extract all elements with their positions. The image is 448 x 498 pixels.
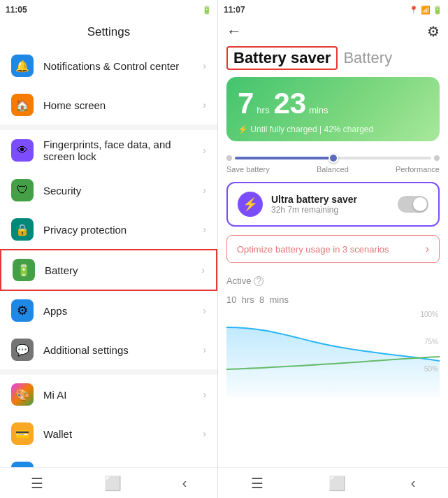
optimize-row[interactable]: Optimize battery usage in 3 scenarios › (226, 235, 440, 263)
info-icon: ? (254, 276, 263, 286)
right-battery-icon: 🔋 (433, 6, 442, 15)
left-time: 11:05 (6, 5, 27, 15)
battery-time-row: 7 hrs 23 mins (238, 87, 428, 120)
ultra-battery-icon: ⚡ (238, 192, 263, 217)
fingerprints-icon: 👁 (11, 139, 34, 162)
right-nav-back[interactable]: ‹ (411, 475, 416, 491)
security-icon: 🛡 (11, 179, 34, 201)
slider-end-dot (434, 155, 440, 161)
chart-label-75: 75% (424, 338, 438, 346)
battery-item-icon: 🔋 (13, 259, 35, 281)
active-time: 10 hrs 8 mins (226, 286, 440, 308)
active-section: Active ? 10 hrs 8 mins (218, 270, 448, 311)
slider-label-save: Save battery (226, 165, 270, 173)
right-nav-menu[interactable]: ☰ (251, 475, 263, 492)
left-nav-home[interactable]: ⬜ (104, 475, 122, 492)
chart-labels: 100% 75% 50% (420, 311, 438, 373)
settings-item-fingerprints[interactable]: 👁 Fingerprints, face data, and screen lo… (0, 130, 217, 171)
settings-list: 🔔 Notifications & Control center › 🏠 Hom… (0, 46, 217, 467)
settings-item-apps[interactable]: ⚙ Apps › (0, 291, 217, 330)
optimize-text: Optimize battery usage in 3 scenarios (237, 244, 389, 255)
ultra-subtitle: 32h 7m remaining (271, 205, 398, 215)
settings-item-battery[interactable]: 🔋 Battery › (0, 249, 217, 291)
tab-battery[interactable]: Battery (343, 49, 392, 67)
settings-item-screen-time[interactable]: ⏱ Screen time › (0, 453, 217, 467)
mi-ai-icon: 🎨 (11, 383, 34, 406)
optimize-chevron: › (426, 243, 429, 255)
slider-fill (235, 157, 333, 159)
slider-label-balanced: Balanced (317, 165, 349, 173)
home-screen-icon: 🏠 (11, 94, 34, 116)
tab-battery-saver[interactable]: Battery saver (226, 46, 338, 70)
wallet-chevron: › (203, 428, 206, 439)
settings-item-additional[interactable]: 💬 Additional settings › (0, 330, 217, 369)
additional-label: Additional settings (43, 344, 203, 356)
wallet-icon: 💳 (11, 422, 34, 445)
home-screen-chevron: › (203, 99, 206, 111)
settings-item-mi-ai[interactable]: 🎨 Mi AI › (0, 375, 217, 414)
slider-track[interactable] (235, 157, 431, 159)
left-status-bar: 11:05 🔋 (0, 0, 217, 20)
divider-1 (0, 124, 217, 130)
battery-mins: 23 (273, 87, 306, 120)
apps-chevron: › (203, 305, 206, 316)
battery-subtitle: ⚡ Until fully charged | 42% charged (238, 124, 428, 134)
slider-labels: Save battery Balanced Performance (218, 164, 448, 179)
back-button[interactable]: ← (226, 22, 242, 41)
battery-hours: 7 (238, 87, 254, 120)
right-time: 11:07 (224, 5, 245, 15)
privacy-label: Privacy protection (43, 224, 203, 236)
slider-thumb[interactable] (328, 153, 338, 163)
battery-chevron: › (201, 264, 205, 276)
wallet-label: Wallet (43, 428, 203, 440)
privacy-icon: 🔒 (11, 218, 34, 241)
mi-ai-label: Mi AI (43, 389, 203, 401)
home-screen-label: Home screen (43, 99, 203, 111)
battery-chart (226, 313, 440, 397)
chart-area: 100% 75% 50% (218, 311, 448, 467)
chart-label-100: 100% (420, 311, 438, 318)
ultra-title: Ultra battery saver (271, 194, 398, 205)
right-nav-home[interactable]: ⬜ (328, 475, 346, 492)
settings-item-home-screen[interactable]: 🏠 Home screen › (0, 85, 217, 124)
left-status-icons: 🔋 (202, 6, 212, 15)
battery-hrs-label: hrs (256, 105, 269, 115)
additional-chevron: › (203, 344, 206, 355)
notifications-chevron: › (203, 60, 206, 71)
chart-label-50: 50% (424, 365, 438, 373)
slider-label-performance: Performance (396, 165, 440, 173)
settings-item-privacy[interactable]: 🔒 Privacy protection › (0, 210, 217, 249)
settings-item-notifications[interactable]: 🔔 Notifications & Control center › (0, 46, 217, 85)
right-nav-bar: ☰ ⬜ ‹ (218, 467, 448, 498)
security-chevron: › (203, 185, 206, 196)
right-status-icons: 📍 📶 🔋 (409, 6, 442, 15)
ultra-toggle[interactable] (398, 196, 428, 213)
location-icon: 📍 (409, 6, 419, 15)
battery-mins-label: mins (309, 105, 328, 115)
left-nav-bar: ☰ ⬜ ‹ (0, 467, 217, 498)
left-nav-back[interactable]: ‹ (182, 475, 187, 491)
ultra-text: Ultra battery saver 32h 7m remaining (271, 194, 398, 215)
right-panel: 11:07 📍 📶 🔋 ← ⚙ Battery saver Battery 7 … (218, 0, 448, 498)
security-label: Security (43, 185, 203, 197)
battery-icon: 🔋 (202, 6, 212, 15)
settings-item-security[interactable]: 🛡 Security › (0, 171, 217, 210)
fingerprints-label: Fingerprints, face data, and screen lock (43, 138, 203, 162)
notifications-icon: 🔔 (11, 55, 34, 77)
notifications-label: Notifications & Control center (43, 60, 203, 72)
fingerprints-chevron: › (203, 145, 206, 156)
active-label: Active ? (226, 276, 440, 286)
slider-row[interactable] (218, 150, 448, 164)
screen-time-icon: ⏱ (11, 462, 34, 467)
settings-item-wallet[interactable]: 💳 Wallet › (0, 414, 217, 453)
screen-time-label: Screen time (43, 467, 203, 468)
left-nav-menu[interactable]: ☰ (31, 475, 43, 492)
settings-gear-icon[interactable]: ⚙ (427, 23, 440, 40)
settings-title: Settings (0, 20, 217, 46)
ultra-battery-saver-card[interactable]: ⚡ Ultra battery saver 32h 7m remaining (226, 182, 440, 227)
battery-card: 7 hrs 23 mins ⚡ Until fully charged | 42… (226, 77, 440, 141)
slider-start-dot (226, 155, 232, 161)
mi-ai-chevron: › (203, 389, 206, 400)
apps-label: Apps (43, 305, 203, 317)
divider-2 (0, 369, 217, 375)
